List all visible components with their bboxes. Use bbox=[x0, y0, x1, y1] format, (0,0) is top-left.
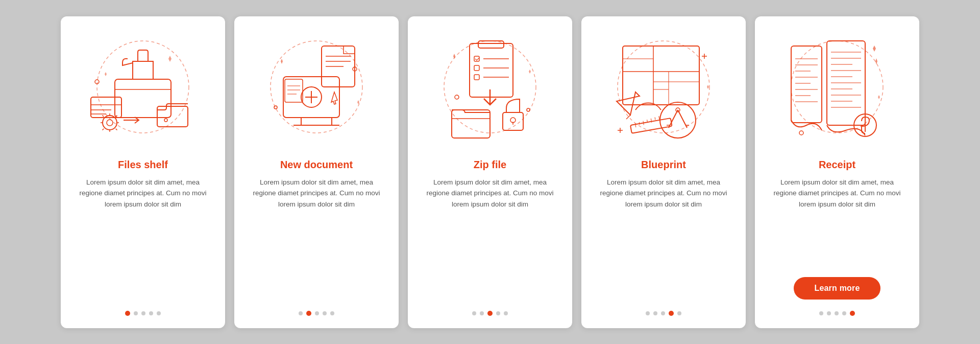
illustration-new-document bbox=[255, 31, 378, 153]
svg-point-6 bbox=[164, 119, 167, 122]
dot-5 bbox=[850, 311, 855, 316]
dot-1 bbox=[125, 311, 130, 316]
dot-1 bbox=[299, 311, 303, 315]
card-body-new-document: Lorem ipsum dolor sit dim amet, mea regi… bbox=[249, 177, 384, 302]
card-title-receipt: Receipt bbox=[819, 158, 855, 171]
dot-3 bbox=[835, 311, 839, 315]
dot-4 bbox=[149, 311, 153, 315]
card-files-shelf: Files shelf Lorem ipsum dolor sit dim am… bbox=[61, 16, 225, 328]
dot-3 bbox=[315, 311, 319, 315]
svg-rect-12 bbox=[285, 79, 303, 102]
dot-3 bbox=[487, 311, 493, 316]
svg-rect-19 bbox=[474, 65, 479, 71]
card-dots-zip-file bbox=[472, 311, 508, 316]
illustration-files-shelf bbox=[82, 31, 204, 153]
svg-point-0 bbox=[97, 41, 189, 133]
card-dots-blueprint bbox=[646, 311, 681, 316]
dot-4 bbox=[323, 311, 327, 315]
illustration-receipt bbox=[776, 31, 898, 153]
card-zip-file: Zip file Lorem ipsum dolor sit dim amet,… bbox=[408, 16, 572, 328]
dot-2 bbox=[827, 311, 831, 315]
svg-point-5 bbox=[107, 120, 113, 126]
dot-4 bbox=[842, 311, 846, 315]
dot-2 bbox=[480, 311, 484, 315]
dot-1 bbox=[646, 311, 650, 315]
dot-5 bbox=[677, 311, 681, 315]
card-body-blueprint: Lorem ipsum dolor sit dim amet, mea regi… bbox=[596, 177, 731, 302]
card-dots-new-document bbox=[299, 311, 334, 316]
dot-1 bbox=[472, 311, 476, 315]
card-receipt: Receipt Lorem ipsum dolor sit dim amet, … bbox=[755, 16, 919, 328]
svg-point-14 bbox=[274, 106, 277, 109]
dot-4 bbox=[669, 311, 674, 316]
card-title-files-shelf: Files shelf bbox=[118, 158, 168, 171]
svg-point-24 bbox=[455, 95, 459, 99]
dot-2 bbox=[653, 311, 657, 315]
svg-rect-32 bbox=[791, 46, 822, 123]
svg-rect-3 bbox=[115, 79, 171, 118]
dot-2 bbox=[306, 311, 311, 316]
card-dots-receipt bbox=[819, 311, 855, 316]
svg-point-35 bbox=[799, 131, 803, 135]
svg-rect-21 bbox=[452, 110, 490, 138]
cards-container: Files shelf Lorem ipsum dolor sit dim am… bbox=[30, 1, 950, 343]
illustration-blueprint bbox=[602, 31, 725, 153]
card-body-zip-file: Lorem ipsum dolor sit dim amet, mea regi… bbox=[422, 177, 558, 302]
dot-1 bbox=[819, 311, 823, 315]
dot-5 bbox=[157, 311, 161, 315]
dot-3 bbox=[661, 311, 665, 315]
card-title-zip-file: Zip file bbox=[474, 158, 506, 171]
card-title-new-document: New document bbox=[280, 158, 353, 171]
card-body-files-shelf: Lorem ipsum dolor sit dim amet, mea regi… bbox=[75, 177, 211, 302]
dot-4 bbox=[496, 311, 500, 315]
card-blueprint: Blueprint Lorem ipsum dolor sit dim amet… bbox=[581, 16, 746, 328]
card-new-document: New document Lorem ipsum dolor sit dim a… bbox=[234, 16, 399, 328]
card-dots-files-shelf bbox=[125, 311, 161, 316]
illustration-zip-file bbox=[429, 31, 551, 153]
dot-5 bbox=[330, 311, 334, 315]
svg-rect-20 bbox=[474, 75, 479, 80]
card-body-receipt: Lorem ipsum dolor sit dim amet, mea regi… bbox=[769, 177, 905, 268]
svg-rect-22 bbox=[503, 112, 523, 130]
card-title-blueprint: Blueprint bbox=[641, 158, 686, 171]
dot-2 bbox=[134, 311, 138, 315]
dot-3 bbox=[141, 311, 145, 315]
dot-5 bbox=[504, 311, 508, 315]
learn-more-button[interactable]: Learn more bbox=[794, 277, 880, 300]
